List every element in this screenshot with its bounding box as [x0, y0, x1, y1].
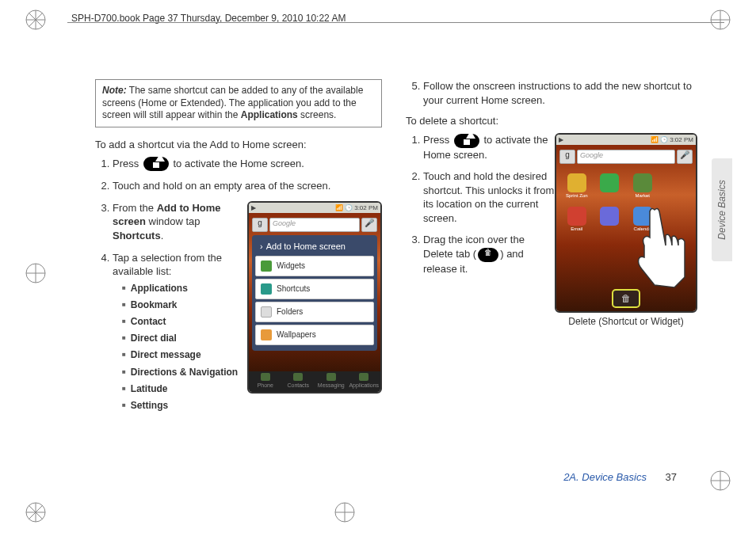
- phone-statusbar: ▶ 📶 🕒 3:02 PM: [249, 203, 380, 213]
- menu-item-folders: Folders: [255, 302, 374, 322]
- status-left: ▶: [559, 136, 563, 143]
- note-label: Note:: [102, 85, 127, 96]
- bullet-list: Applications Bookmark Contact Direct dia…: [113, 282, 247, 413]
- step-4: Tap a selection from the available list:…: [113, 251, 247, 413]
- crop-mark-icon: [708, 8, 732, 32]
- bullet-item: Settings: [122, 399, 247, 412]
- phone-statusbar: ▶ 📶 🕒 3:02 PM: [556, 135, 696, 145]
- step-5: Follow the onscreen instructions to add …: [423, 79, 693, 107]
- dock-phone: Phone: [249, 371, 282, 392]
- page-footer: 2A. Device Basics 37: [563, 471, 677, 483]
- steps-block: Press to activate the Home screen. Touch…: [95, 157, 382, 412]
- app-icon: Sprint Zon: [561, 173, 593, 203]
- section-heading: To add a shortcut via the Add to Home sc…: [95, 139, 382, 150]
- widgets-icon: [261, 260, 272, 272]
- search-input: Google: [269, 218, 360, 232]
- dock-messaging: Messaging: [315, 371, 348, 392]
- delete-block: Press to activate the Home screen. Touch…: [406, 133, 693, 276]
- add-to-home-menu: Add to Home screen Widgets Shortcuts Fol…: [252, 235, 377, 351]
- search-bar: g Google 🎤: [252, 218, 377, 232]
- delete-steps-text: Press to activate the Home screen. Touch…: [406, 133, 555, 276]
- phone-homescreen: g Google 🎤 Add to Home screen Widgets Sh…: [249, 213, 380, 371]
- bullet-item: Directions & Navigation: [122, 366, 247, 378]
- google-logo-icon: g: [559, 150, 575, 164]
- note-text: The same shortcut can be added to any of…: [102, 85, 363, 120]
- status-left: ▶: [251, 204, 256, 211]
- search-input: Google: [577, 150, 675, 164]
- figure-caption: Delete (Shortcut or Widget): [555, 316, 697, 327]
- crop-mark-icon: [333, 500, 357, 524]
- menu-title: Add to Home screen: [255, 238, 374, 256]
- bullet-item: Direct message: [122, 348, 247, 361]
- google-logo-icon: g: [252, 218, 268, 232]
- app-icon: Email: [561, 207, 593, 237]
- phone-shell: ▶ 📶 🕒 3:02 PM g Google 🎤 Add to Home scr…: [247, 201, 382, 394]
- menu-item-wallpapers: Wallpapers: [255, 325, 374, 345]
- mic-icon: 🎤: [677, 150, 693, 164]
- wallpapers-icon: [261, 329, 272, 340]
- phone-shell: ▶ 📶 🕒 3:02 PM g Google 🎤 Sprint Zon: [555, 133, 697, 313]
- step-3: From the Add to Home screen window tap S…: [113, 201, 247, 243]
- delete-tab: 🗑: [612, 289, 640, 308]
- dock-applications: Applications: [348, 371, 381, 392]
- note-box: Note: The same shortcut can be added to …: [95, 79, 382, 127]
- crop-mark-icon: [708, 469, 732, 492]
- app-icon: [660, 173, 692, 203]
- bullet-item: Contact: [122, 315, 247, 328]
- step-3: Drag the icon over the Delete tab () and…: [423, 233, 555, 276]
- crop-mark-icon: [24, 500, 48, 524]
- bullet-item: Direct dial: [122, 332, 247, 344]
- app-icon: [594, 207, 626, 237]
- mic-icon: 🎤: [361, 218, 377, 232]
- phone-homescreen: g Google 🎤 Sprint Zon Market Email: [556, 145, 696, 311]
- folders-icon: [261, 306, 272, 318]
- side-tab-label: Device Basics: [716, 180, 727, 239]
- search-bar: g Google 🎤: [559, 150, 693, 164]
- trash-icon: [478, 248, 498, 262]
- home-icon: [454, 134, 479, 148]
- bullet-item: Latitude: [122, 382, 247, 395]
- crop-mark-icon: [24, 261, 48, 285]
- step-2: Touch and hold on an empty area of the s…: [113, 179, 382, 193]
- page: SPH-D700.book Page 37 Thursday, December…: [0, 0, 756, 540]
- step-1: Press to activate the Home screen.: [423, 133, 555, 162]
- app-icon: Market: [627, 173, 659, 203]
- app-icon: [594, 173, 626, 203]
- header-rule: [67, 22, 724, 23]
- bullet-item: Bookmark: [122, 299, 247, 311]
- steps-list: Press to activate the Home screen. Touch…: [406, 133, 555, 276]
- status-right: 📶 🕒 3:02 PM: [651, 136, 693, 143]
- phone-screenshot-1: ▶ 📶 🕒 3:02 PM g Google 🎤 Add to Home scr…: [247, 201, 382, 394]
- home-icon: [143, 157, 169, 171]
- left-column: Note: The same shortcut can be added to …: [95, 79, 382, 477]
- footer-section: 2A. Device Basics: [563, 471, 647, 483]
- phone-screenshot-2: ▶ 📶 🕒 3:02 PM g Google 🎤 Sprint Zon: [555, 133, 697, 327]
- step-2: Touch and hold the desired shortcut. Thi…: [423, 169, 555, 225]
- section-heading: To delete a shortcut:: [406, 115, 693, 127]
- side-tab: Device Basics: [712, 158, 732, 261]
- phone-dock: Phone Contacts Messaging Applications: [249, 371, 380, 392]
- shortcuts-icon: [261, 283, 272, 295]
- dock-contacts: Contacts: [282, 371, 315, 392]
- menu-item-shortcuts: Shortcuts: [255, 279, 374, 299]
- steps-list-continued: Follow the onscreen instructions to add …: [406, 79, 693, 107]
- content-area: Note: The same shortcut can be added to …: [95, 79, 693, 477]
- hand-pointer-icon: [631, 202, 686, 289]
- bullet-item: Applications: [122, 282, 247, 295]
- step-1: Press to activate the Home screen.: [113, 157, 382, 172]
- menu-item-widgets: Widgets: [255, 256, 374, 276]
- right-column: Follow the onscreen instructions to add …: [406, 79, 693, 477]
- crop-mark-icon: [24, 8, 48, 32]
- status-right: 📶 🕒 3:02 PM: [335, 204, 378, 211]
- footer-page-number: 37: [666, 471, 677, 483]
